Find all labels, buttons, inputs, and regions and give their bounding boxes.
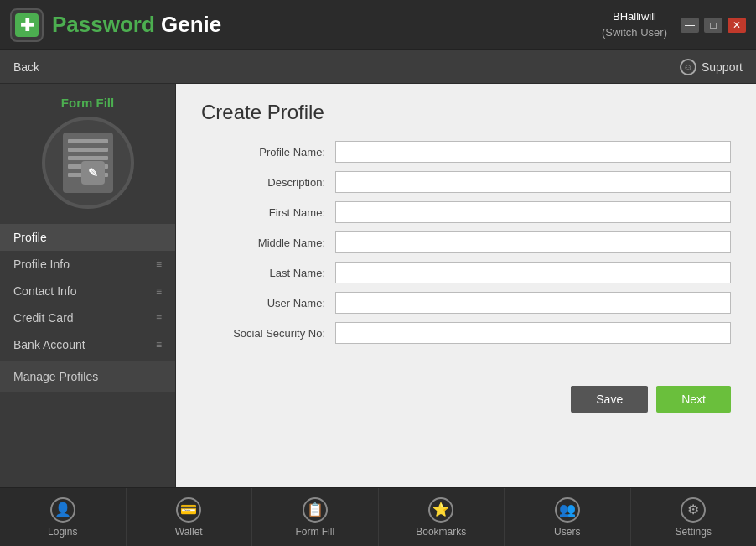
logins-icon: 👤 (50, 497, 75, 523)
wallet-icon: 💳 (176, 497, 201, 523)
nav-item-users[interactable]: 👥 Users (505, 488, 631, 546)
label-description: Description: (201, 176, 335, 189)
title-bar-right: BHalliwill (Switch User) — □ ✕ (602, 9, 746, 39)
app-icon: ✚ (10, 8, 44, 42)
form-fill-icon: ✎ (42, 117, 134, 209)
users-icon: 👥 (555, 497, 580, 523)
sidebar-item-label: Profile Info (13, 257, 70, 271)
nav-item-bookmarks[interactable]: ⭐ Bookmarks (379, 488, 505, 546)
back-button[interactable]: Back (13, 60, 39, 74)
nav-label-wallet: Wallet (175, 526, 203, 538)
sidebar: Form Fill ✎ (0, 84, 176, 487)
label-ssn: Social Security No: (201, 327, 335, 340)
line3 (68, 156, 108, 160)
form-row-ssn: Social Security No: (201, 322, 731, 344)
list-icon: ≡ (156, 285, 162, 297)
title-bar-left: ✚ Password Genie (10, 8, 221, 42)
list-icon: ≡ (156, 258, 162, 270)
user-info: BHalliwill (Switch User) (602, 9, 667, 39)
sidebar-item-label: Profile (13, 231, 47, 244)
label-middle-name: Middle Name: (201, 237, 335, 249)
form-area: Create Profile Profile Name: Description… (176, 84, 756, 487)
nav-label-users: Users (554, 526, 580, 538)
support-label: Support (702, 60, 743, 74)
input-first-name[interactable] (335, 201, 731, 223)
form-grid: Profile Name: Description: First Name: M… (201, 141, 731, 344)
edit-badge: ✎ (81, 161, 105, 185)
form-row-first-name: First Name: (201, 201, 731, 223)
app-title: Password Genie (52, 12, 221, 38)
nav-item-settings[interactable]: ⚙ Settings (631, 488, 757, 546)
nav-label-settings: Settings (676, 526, 712, 538)
input-last-name[interactable] (335, 262, 731, 283)
sidebar-item-label: Contact Info (13, 284, 77, 298)
settings-icon: ⚙ (681, 497, 706, 523)
manage-profiles-label: Manage Profiles (13, 370, 98, 383)
manage-profiles[interactable]: Manage Profiles (0, 361, 175, 392)
input-user-name[interactable] (335, 292, 731, 314)
nav-item-logins[interactable]: 👤 Logins (0, 488, 127, 546)
input-ssn[interactable] (335, 322, 731, 344)
nav-label-bookmarks: Bookmarks (416, 526, 466, 538)
form-row-profile-name: Profile Name: (201, 141, 731, 163)
next-button[interactable]: Next (656, 386, 731, 413)
form-fill-nav-icon: 📋 (303, 497, 328, 523)
sidebar-item-credit-card[interactable]: Credit Card ≡ (0, 304, 175, 331)
nav-item-form-fill[interactable]: 📋 Form Fill (252, 488, 379, 546)
bookmarks-icon: ⭐ (428, 497, 453, 523)
maximize-button[interactable]: □ (704, 18, 722, 33)
close-button[interactable]: ✕ (728, 18, 746, 33)
main-content: Form Fill ✎ (0, 84, 756, 487)
label-last-name: Last Name: (201, 267, 335, 279)
switch-user[interactable]: (Switch User) (602, 25, 667, 40)
sidebar-header: Form Fill ✎ (0, 84, 175, 224)
sidebar-item-profile[interactable]: Profile (0, 224, 175, 251)
title-controls: — □ ✕ (681, 18, 746, 33)
minimize-button[interactable]: — (681, 18, 699, 33)
toolbar: Back ☺ Support (0, 50, 756, 84)
list-icon: ≡ (156, 312, 162, 324)
support-button[interactable]: ☺ Support (680, 59, 743, 75)
form-row-user-name: User Name: (201, 292, 731, 314)
app-name-part1: Password (52, 12, 155, 37)
nav-label-form-fill: Form Fill (295, 526, 334, 538)
form-title: Create Profile (201, 101, 731, 124)
title-bar: ✚ Password Genie BHalliwill (Switch User… (0, 0, 756, 50)
save-button[interactable]: Save (571, 386, 648, 413)
app-icon-inner: ✚ (15, 13, 39, 37)
support-icon: ☺ (680, 59, 696, 75)
form-row-middle-name: Middle Name: (201, 231, 731, 253)
nav-item-wallet[interactable]: 💳 Wallet (127, 488, 253, 546)
input-middle-name[interactable] (335, 231, 731, 253)
nav-label-logins: Logins (48, 526, 77, 538)
sidebar-item-label: Credit Card (13, 311, 74, 325)
sidebar-item-profile-info[interactable]: Profile Info ≡ (0, 251, 175, 278)
input-description[interactable] (335, 171, 731, 193)
form-row-description: Description: (201, 171, 731, 193)
line2 (68, 148, 108, 152)
app-name-part2: Genie (155, 12, 221, 37)
form-footer: Save Next (201, 369, 731, 413)
label-profile-name: Profile Name: (201, 146, 335, 159)
input-profile-name[interactable] (335, 141, 731, 163)
list-icon: ≡ (156, 339, 162, 351)
line1 (68, 139, 108, 143)
sidebar-item-label: Bank Account (13, 338, 85, 351)
username: BHalliwill (602, 9, 667, 24)
form-row-last-name: Last Name: (201, 262, 731, 283)
label-first-name: First Name: (201, 206, 335, 219)
sidebar-title: Form Fill (61, 96, 114, 110)
sidebar-item-bank-account[interactable]: Bank Account ≡ (0, 331, 175, 358)
label-user-name: User Name: (201, 297, 335, 309)
bottom-nav: 👤 Logins 💳 Wallet 📋 Form Fill ⭐ Bookmark… (0, 487, 756, 546)
sidebar-nav: Profile Profile Info ≡ Contact Info ≡ Cr… (0, 224, 175, 358)
sidebar-item-contact-info[interactable]: Contact Info ≡ (0, 278, 175, 304)
